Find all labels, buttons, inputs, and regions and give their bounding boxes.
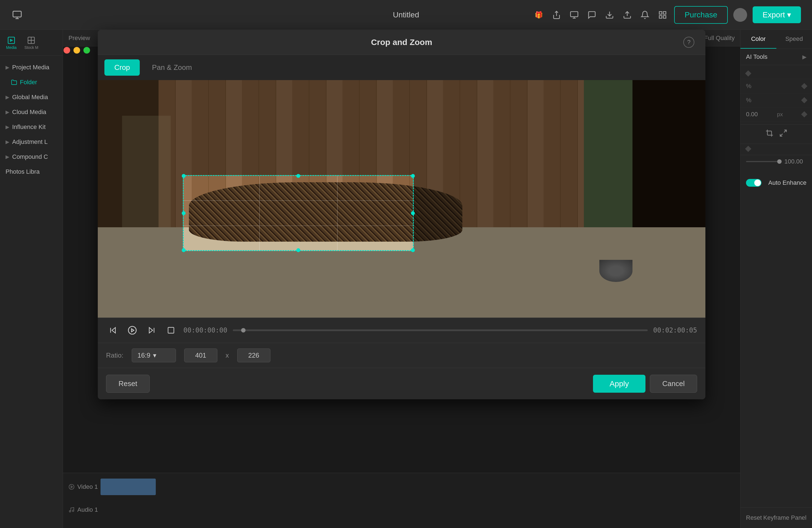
tab-crop[interactable]: Crop (104, 59, 140, 76)
crop-handle-tc[interactable] (296, 174, 300, 178)
svg-rect-9 (8, 37, 14, 43)
svg-point-16 (72, 510, 74, 512)
sidebar-item-influence-kit[interactable]: ▶ Influence Kit (0, 120, 63, 134)
ratio-select[interactable]: 16:9 ▾ (132, 349, 176, 362)
progress-bar[interactable] (233, 329, 648, 331)
sidebar-item-global-media[interactable]: ▶ Global Media (0, 90, 63, 105)
sidebar-item-label: Project Media (12, 64, 49, 71)
svg-rect-8 (663, 15, 666, 18)
svg-rect-7 (659, 15, 662, 18)
video-preview (98, 80, 706, 318)
resize-icon[interactable] (779, 129, 787, 139)
cancel-button[interactable]: Cancel (650, 375, 697, 393)
stop-button[interactable] (164, 323, 178, 337)
avatar[interactable] (733, 8, 747, 22)
timeline-area: Video 1 Audio 1 (63, 473, 812, 528)
toggle-knob (754, 179, 761, 186)
crop-selection[interactable] (183, 175, 414, 251)
notification-icon[interactable] (639, 9, 651, 21)
right-panel-tabs: Color Speed (740, 30, 812, 49)
download-icon[interactable] (604, 9, 615, 21)
reset-button[interactable]: Reset (106, 375, 150, 393)
keyframe-panel-btn[interactable]: Keyframe Panel (763, 514, 807, 522)
right-panel: Color Speed AI Tools ▶ % % 0.00 px (740, 30, 812, 528)
width-input[interactable] (184, 349, 217, 362)
crop-handle-tr[interactable] (411, 174, 415, 178)
svg-point-13 (69, 484, 74, 489)
chevron-right-icon: ▶ (5, 139, 10, 145)
tab-media[interactable]: Media (3, 34, 20, 52)
video-clip[interactable] (101, 479, 156, 495)
crop-icon[interactable] (765, 129, 773, 139)
help-button[interactable]: ? (683, 37, 694, 48)
sidebar-item-folder[interactable]: Folder (0, 75, 63, 90)
svg-line-12 (780, 134, 782, 136)
step-forward-button[interactable] (145, 323, 159, 337)
sidebar-item-label: Compound C (12, 153, 48, 160)
tab-stock-label: Stock M (24, 45, 39, 50)
svg-line-11 (784, 130, 786, 133)
svg-rect-5 (659, 12, 662, 14)
svg-rect-0 (13, 11, 21, 17)
close-dot[interactable] (63, 47, 70, 54)
crop-grid-v1 (259, 176, 260, 250)
value-display: 0.00 (746, 111, 758, 118)
svg-marker-14 (71, 486, 73, 488)
sidebar-tree: ▶ Project Media Folder ▶ Global Media ▶ … (0, 56, 63, 184)
reset-link[interactable]: Reset (746, 514, 762, 522)
screen-icon[interactable] (568, 9, 580, 21)
coord-separator: x (226, 352, 229, 359)
ai-tools-label: AI Tools (746, 53, 768, 60)
sidebar-item-label: Adjustment L (12, 138, 47, 146)
tab-color[interactable]: Color (740, 30, 777, 48)
tab-stock[interactable]: Stock M (21, 34, 42, 52)
comment-icon[interactable] (586, 9, 598, 21)
diamond-icon-1 (745, 70, 752, 77)
auto-enhance-toggle[interactable] (746, 179, 762, 187)
chevron-right-icon: ▶ (5, 154, 10, 160)
share-icon[interactable] (550, 9, 563, 21)
step-back-button[interactable] (106, 323, 120, 337)
tab-speed[interactable]: Speed (777, 30, 812, 48)
tab-pan-zoom[interactable]: Pan & Zoom (142, 59, 202, 76)
sidebar-item-adjustment[interactable]: ▶ Adjustment L (0, 134, 63, 149)
media-icon[interactable] (11, 9, 23, 21)
diamond-icon-3 (801, 97, 808, 104)
svg-rect-23 (168, 327, 174, 333)
gift-icon[interactable]: 🎁 (533, 9, 545, 21)
sidebar-item-project-media[interactable]: ▶ Project Media (0, 60, 63, 75)
window-dots (63, 47, 90, 54)
crop-grid-v2 (337, 176, 337, 250)
maximize-dot[interactable] (83, 47, 90, 54)
px-label: px (777, 111, 783, 118)
sidebar-item-label: Cloud Media (12, 108, 46, 116)
svg-point-19 (128, 326, 136, 334)
sidebar-item-cloud-media[interactable]: ▶ Cloud Media (0, 105, 63, 120)
sidebar-item-compound[interactable]: ▶ Compound C (0, 149, 63, 164)
purchase-button[interactable]: Purchase (674, 6, 728, 24)
sidebar-item-photos[interactable]: Photos Libra (0, 164, 63, 179)
top-bar-left (11, 9, 23, 21)
svg-marker-17 (112, 327, 115, 333)
export-button[interactable]: Export ▾ (753, 6, 801, 23)
apply-button[interactable]: Apply (593, 375, 646, 393)
zoom-slider[interactable] (746, 161, 782, 162)
pct-row-4: 0.00 px (740, 107, 812, 121)
pct-label-1: % (746, 83, 752, 90)
action-buttons: Apply Cancel (593, 375, 697, 393)
playback-controls: 00:00:00:00 00:02:00:05 (98, 318, 706, 343)
crop-handle-tl[interactable] (182, 174, 186, 178)
ai-tools-row[interactable]: AI Tools ▶ (740, 49, 812, 65)
zoom-slider-handle[interactable] (777, 159, 782, 164)
chevron-right-icon: ▶ (5, 94, 10, 100)
chevron-down-icon: ▾ (153, 352, 156, 359)
upload-icon[interactable] (621, 9, 633, 21)
top-bar: Untitled 🎁 (0, 0, 812, 30)
play-button[interactable] (126, 323, 139, 337)
height-input[interactable] (237, 349, 271, 362)
crop-handle-ml[interactable] (182, 211, 186, 215)
minimize-dot[interactable] (73, 47, 80, 54)
diamond-icon-4 (801, 111, 808, 118)
crop-handle-mr[interactable] (411, 211, 415, 215)
grid-icon[interactable] (656, 9, 669, 21)
